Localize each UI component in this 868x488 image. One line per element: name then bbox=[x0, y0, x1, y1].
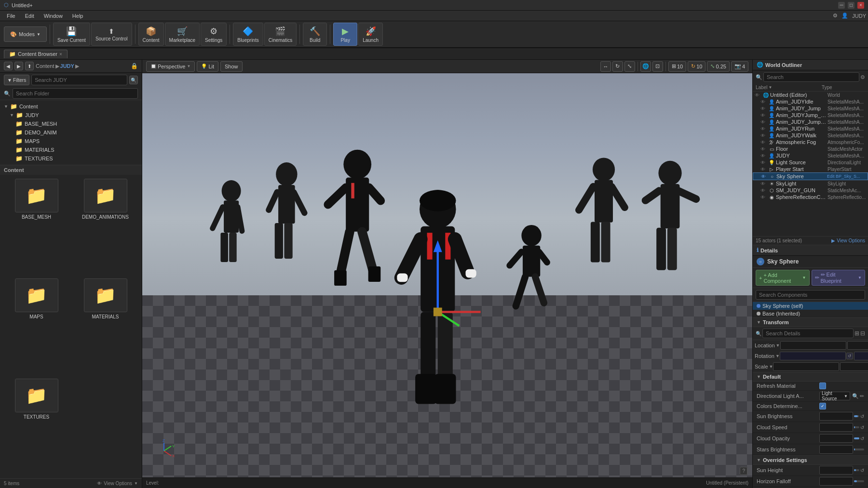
toolbar-build-button[interactable]: 🔨 Build bbox=[303, 23, 327, 46]
details-filter-icon[interactable]: ⊟ bbox=[860, 330, 865, 337]
menu-window[interactable]: Window bbox=[39, 12, 68, 20]
directional-light-edit[interactable]: ✏ bbox=[860, 393, 864, 399]
nav-forward-button[interactable]: ▶ bbox=[14, 62, 23, 70]
sun-brightness-slider[interactable] bbox=[854, 415, 859, 417]
rotation-x[interactable]: 0.0° bbox=[780, 352, 846, 360]
components-search-input[interactable] bbox=[756, 290, 865, 300]
scale-x[interactable]: 1.0 bbox=[773, 362, 839, 371]
modes-button[interactable]: 🎨 Modes ▼ bbox=[4, 26, 47, 42]
content-browser-tab-item[interactable]: 📁 Content Browser × bbox=[4, 50, 68, 58]
edit-blueprint-button[interactable]: ✏ ✏ Edit Blueprint ▼ bbox=[812, 270, 866, 286]
outliner-item-light[interactable]: 👁 💡 Light Source DirectionalLight bbox=[753, 159, 868, 166]
outliner-item-untitled[interactable]: 👁 🌐 Untitled (Editor) World bbox=[753, 92, 868, 98]
tree-demo-anim[interactable]: 📁 DEMO_ANIM bbox=[0, 128, 142, 137]
toolbar-settings-button[interactable]: ⚙ Settings bbox=[201, 23, 227, 46]
sun-height-input[interactable]: 0.348238 bbox=[819, 466, 853, 475]
colors-checkbox[interactable] bbox=[819, 403, 826, 409]
outliner-view-options[interactable]: ▶ View Options bbox=[831, 238, 865, 243]
scale-expand[interactable]: ▼ bbox=[769, 364, 773, 369]
menu-file[interactable]: File bbox=[2, 12, 20, 20]
translate-tool[interactable]: ↔ bbox=[600, 61, 611, 72]
sun-brightness-input[interactable]: 75.0 bbox=[819, 412, 853, 421]
col-label-header[interactable]: Label ▼ bbox=[756, 85, 822, 90]
override-section-header[interactable]: ▼ Override Settings bbox=[753, 455, 868, 465]
viewport-canvas[interactable]: X Y Z ? bbox=[142, 73, 752, 477]
details-layout-icon[interactable]: ⊞ bbox=[854, 330, 859, 337]
cloud-speed-input[interactable]: 2.0 bbox=[819, 423, 853, 432]
content-item-demo-anim[interactable]: 📁 DEMO_ANIMATIONS bbox=[73, 179, 138, 275]
tree-base-mesh[interactable]: 📁 BASE_MESH bbox=[0, 119, 142, 128]
outliner-item-anim-jump-start[interactable]: 👁 👤 Anim_JUDY_Jump_Start SkeletalMeshA..… bbox=[753, 119, 868, 125]
cloud-opacity-input[interactable]: 1.0 bbox=[819, 434, 853, 443]
horizon-falloff-input[interactable]: 3.0 bbox=[819, 477, 853, 486]
outliner-item-anim-walk[interactable]: 👁 👤 Anim_JUDYWalk SkeletalMeshA... bbox=[753, 132, 868, 139]
add-component-button[interactable]: + + Add Component ▼ bbox=[756, 270, 810, 286]
outliner-item-judy[interactable]: 👁 👤 JUDY SkeletalMeshAc... bbox=[753, 152, 868, 159]
close-button[interactable]: × bbox=[857, 2, 864, 9]
rotation-y[interactable]: 0.0° bbox=[854, 352, 868, 360]
scale-snap-button[interactable]: ⤡ 0.25 bbox=[707, 61, 729, 72]
search-judy-input[interactable] bbox=[31, 75, 127, 85]
outliner-item-anim-run[interactable]: 👁 👤 Anim_JUDYRun SkeletalMeshA... bbox=[753, 125, 868, 132]
menu-help[interactable]: Help bbox=[68, 12, 88, 20]
directional-light-search[interactable]: 🔍 bbox=[852, 393, 859, 399]
outliner-item-floor[interactable]: 👁 ▭ Floor StaticMeshActor bbox=[753, 145, 868, 152]
toolbar-play-button[interactable]: ▶ Play bbox=[333, 23, 357, 46]
rotate-tool[interactable]: ↻ bbox=[612, 61, 623, 72]
refresh-checkbox[interactable] bbox=[819, 382, 826, 389]
component-sky-sphere-self[interactable]: Sky Sphere (self) bbox=[753, 302, 868, 310]
outliner-item-anim-idle[interactable]: 👁 👤 Anim_JUDYIdle SkeletalMeshA... bbox=[753, 98, 868, 105]
default-section-header[interactable]: ▼ Default bbox=[753, 372, 868, 382]
perspective-dropdown[interactable]: 🔲 Perspective ▼ bbox=[146, 61, 195, 72]
tree-maps[interactable]: 📁 MAPS bbox=[0, 137, 142, 145]
rotation-x-reset[interactable]: ↺ bbox=[846, 353, 853, 359]
nav-up-button[interactable]: ⬆ bbox=[25, 62, 34, 70]
cloud-speed-reset[interactable]: ↺ bbox=[860, 425, 864, 430]
maximize-button[interactable]: □ bbox=[848, 2, 854, 9]
component-base-inherited[interactable]: Base (Inherited) bbox=[753, 310, 868, 317]
minimize-button[interactable]: ─ bbox=[838, 2, 845, 9]
tree-judy[interactable]: ▼ 📁 JUDY bbox=[0, 111, 142, 119]
outliner-item-anim-jump[interactable]: 👁 👤 Anim_JUDY_Jump SkeletalMeshA... bbox=[753, 105, 868, 112]
search-button[interactable]: 🔍 bbox=[129, 76, 138, 84]
location-x[interactable]: 0.0 bbox=[780, 341, 846, 350]
outliner-item-gun[interactable]: 👁 ⬡ SM_JUDY_GUN StaticMeshAc... bbox=[753, 187, 868, 194]
sun-brightness-reset[interactable]: ↺ bbox=[860, 414, 864, 419]
toolbar-cinematics-button[interactable]: 🎬 Cinematics bbox=[264, 23, 297, 46]
outliner-item-sky-sphere[interactable]: 👁 ○ Sky Sphere Edit BP_Sky_S... bbox=[753, 172, 868, 180]
location-expand[interactable]: ▼ bbox=[776, 343, 780, 348]
lock-button[interactable]: 🔒 bbox=[131, 63, 138, 69]
rotation-snap-button[interactable]: ↻ 10 bbox=[688, 61, 705, 72]
cloud-opacity-slider[interactable] bbox=[854, 437, 859, 439]
search-folder-input[interactable] bbox=[13, 88, 138, 99]
zoom-reset-icon[interactable]: ? bbox=[740, 467, 747, 475]
directional-light-dropdown[interactable]: Light Source ▼ bbox=[819, 392, 850, 400]
show-dropdown[interactable]: Show bbox=[220, 61, 243, 72]
nav-back-button[interactable]: ◀ bbox=[4, 62, 13, 70]
breadcrumb-root[interactable]: Content bbox=[36, 63, 54, 69]
outliner-item-player-start[interactable]: 👁 ▷ Player Start PlayerStart bbox=[753, 166, 868, 172]
horizon-falloff-slider[interactable] bbox=[854, 480, 864, 482]
toolbar-source-button[interactable]: ⬆ Source Control bbox=[91, 23, 132, 46]
content-item-maps[interactable]: 📁 MAPS bbox=[4, 278, 69, 374]
grid-snap-button[interactable]: ⊞ 10 bbox=[668, 61, 686, 72]
toolbar-blueprints-button[interactable]: 🔷 Blueprints bbox=[233, 23, 263, 46]
menu-edit[interactable]: Edit bbox=[20, 12, 39, 20]
content-item-materials[interactable]: 📁 MATERIALS bbox=[73, 278, 138, 374]
cloud-speed-slider[interactable] bbox=[854, 426, 859, 428]
toolbar-launch-button[interactable]: 🚀 Launch bbox=[358, 23, 383, 46]
outliner-item-sphere[interactable]: 👁 ◉ SphereReflectionCapture SphereReflec… bbox=[753, 194, 868, 200]
cloud-opacity-reset[interactable]: ↺ bbox=[860, 436, 864, 441]
sun-height-slider[interactable] bbox=[854, 469, 859, 471]
tree-materials[interactable]: 📁 MATERIALS bbox=[0, 145, 142, 154]
stars-brightness-slider[interactable] bbox=[854, 448, 864, 450]
user-settings-icon[interactable]: ⚙ bbox=[833, 13, 838, 19]
camera-speed-button[interactable]: 📷 4 bbox=[731, 61, 748, 72]
details-search-input[interactable] bbox=[762, 329, 854, 338]
toolbar-marketplace-button[interactable]: 🛒 Marketplace bbox=[165, 23, 200, 46]
scale-y[interactable]: 1.0 bbox=[840, 362, 868, 371]
filter-button[interactable]: ▼ Filters bbox=[4, 75, 29, 85]
view-options-button[interactable]: 👁 View Options ▼ bbox=[97, 481, 138, 486]
toolbar-content-button[interactable]: 📦 Content bbox=[138, 23, 164, 46]
location-y[interactable]: 0.0 bbox=[847, 341, 868, 350]
